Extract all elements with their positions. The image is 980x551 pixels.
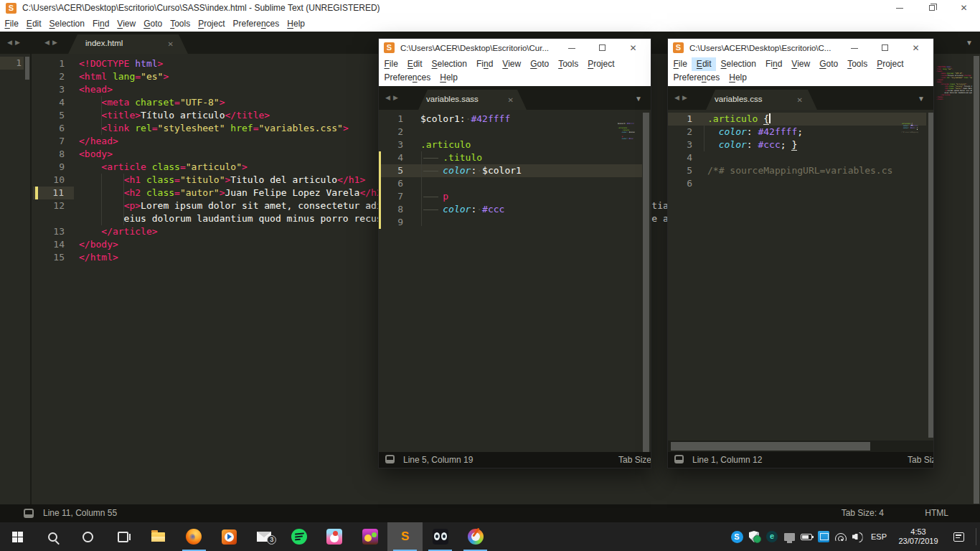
tab-size-indicator[interactable]: Tab Size: 4 bbox=[618, 455, 651, 465]
main-scrollbar[interactable] bbox=[974, 56, 979, 504]
line-number: 9 bbox=[33, 161, 65, 174]
code-text: color:·$color1 bbox=[420, 164, 522, 177]
eset-icon[interactable]: e bbox=[763, 522, 781, 551]
candy-crush-friends-icon[interactable] bbox=[317, 522, 352, 551]
horizontal-scrollbar-thumb[interactable] bbox=[671, 442, 870, 451]
menu-item-tools[interactable]: Tools bbox=[554, 57, 583, 71]
menu-item-file[interactable]: File bbox=[1, 17, 22, 32]
search-icon[interactable] bbox=[35, 522, 70, 551]
panel-toggle-icon[interactable] bbox=[24, 509, 34, 518]
menu-item-help[interactable]: Help bbox=[283, 17, 309, 32]
minimize-button[interactable] bbox=[839, 44, 870, 52]
menu-item-tools[interactable]: Tools bbox=[843, 57, 872, 71]
tab-overflow-icon[interactable]: ▼ bbox=[966, 39, 973, 47]
menu-item-selection[interactable]: Selection bbox=[716, 57, 760, 71]
menu-item-selection[interactable]: Selection bbox=[427, 57, 471, 71]
panel-toggle-icon[interactable] bbox=[674, 455, 684, 463]
tab-close-icon[interactable]: ✕ bbox=[508, 96, 514, 104]
line-number: 5 bbox=[33, 109, 65, 122]
maximize-button[interactable] bbox=[870, 44, 900, 52]
defender-icon[interactable] bbox=[745, 522, 763, 551]
skype-icon[interactable]: S bbox=[728, 522, 745, 551]
firefox-icon[interactable] bbox=[176, 522, 212, 551]
menu-item-file[interactable]: File bbox=[669, 57, 692, 71]
menu-item-edit[interactable]: Edit bbox=[692, 57, 716, 71]
spotify-icon[interactable] bbox=[282, 522, 317, 551]
menu-item-find[interactable]: Find bbox=[88, 17, 113, 32]
menu-item-goto[interactable]: Goto bbox=[815, 57, 843, 71]
menu-item-preferences[interactable]: Preferences bbox=[380, 71, 435, 85]
menu-item-help[interactable]: Help bbox=[435, 71, 463, 85]
menu-item-preferences[interactable]: Preferences bbox=[229, 17, 283, 32]
menu-item-view[interactable]: View bbox=[113, 17, 140, 32]
menu-item-project[interactable]: Project bbox=[872, 57, 908, 71]
file-explorer-icon[interactable] bbox=[141, 522, 176, 551]
minimize-button[interactable] bbox=[883, 4, 915, 12]
tab-nav-arrows[interactable]: ◀▶ bbox=[44, 39, 60, 46]
wifi-icon[interactable] bbox=[833, 522, 850, 551]
mail-icon[interactable]: 3 bbox=[247, 522, 282, 551]
close-button[interactable]: ✕ bbox=[948, 3, 980, 13]
css-editor[interactable]: 1.articulo {2 color: #42ffff;3 color: #c… bbox=[668, 110, 933, 452]
menu-item-goto[interactable]: Goto bbox=[140, 17, 166, 32]
tab-size-indicator[interactable]: Tab Size: 4 bbox=[842, 508, 884, 518]
menu-item-edit[interactable]: Edit bbox=[402, 57, 427, 71]
language-indicator[interactable]: ESP bbox=[867, 522, 891, 551]
tab-size-indicator[interactable]: Tab Size: 4 bbox=[908, 455, 933, 465]
volume-icon[interactable] bbox=[849, 522, 867, 551]
minimap[interactable]: .articulo { color: #42ffff; color: #ccc;… bbox=[901, 114, 918, 430]
close-button[interactable]: ✕ bbox=[900, 43, 931, 53]
media-player-icon[interactable] bbox=[212, 522, 247, 551]
minimap[interactable]: <!DOCTYPE html><html lang="es"><head> <m… bbox=[936, 57, 972, 502]
menu-item-help[interactable]: Help bbox=[725, 71, 752, 85]
tab-nav-arrows[interactable]: ◀▶ bbox=[674, 94, 690, 101]
minimize-button[interactable] bbox=[556, 44, 587, 52]
menu-item-project[interactable]: Project bbox=[194, 17, 229, 32]
menu-item-preferences[interactable]: Preferences bbox=[669, 71, 725, 85]
maximize-button[interactable] bbox=[587, 44, 618, 52]
tab-overflow-icon[interactable]: ▼ bbox=[635, 95, 642, 103]
css-scrollbar[interactable] bbox=[928, 113, 933, 438]
tab-close-icon[interactable]: ✕ bbox=[797, 96, 803, 104]
line-number: 2 bbox=[379, 126, 403, 138]
sass-scrollbar[interactable] bbox=[643, 113, 649, 452]
menu-item-find[interactable]: Find bbox=[471, 57, 497, 71]
left-mini-pane[interactable]: 1 bbox=[0, 54, 32, 504]
menu-item-project[interactable]: Project bbox=[583, 57, 619, 71]
menu-item-find[interactable]: Find bbox=[760, 57, 786, 71]
menu-item-edit[interactable]: Edit bbox=[22, 17, 45, 32]
tab-overflow-icon[interactable]: ▼ bbox=[918, 95, 925, 103]
sass-editor[interactable]: 1$color1:·#42ffff23.articulo4.titulo5col… bbox=[379, 110, 651, 452]
cortana-icon[interactable] bbox=[70, 522, 105, 551]
close-button[interactable]: ✕ bbox=[618, 43, 649, 53]
tab-variables-css[interactable]: variables.css ✕ bbox=[706, 90, 817, 110]
mini-pane-scrollbar[interactable] bbox=[25, 57, 29, 80]
syntax-indicator[interactable]: HTML bbox=[925, 508, 948, 518]
minimap[interactable]: $color1:·#42ffff.articulo.titulocolor:·$… bbox=[618, 114, 635, 452]
display-icon[interactable] bbox=[781, 522, 798, 551]
action-center-icon[interactable] bbox=[950, 522, 967, 551]
menu-item-view[interactable]: View bbox=[498, 57, 526, 71]
horizontal-scrollbar[interactable] bbox=[668, 441, 933, 452]
menu-item-file[interactable]: File bbox=[380, 57, 402, 71]
menu-item-goto[interactable]: Goto bbox=[526, 57, 554, 71]
menu-item-selection[interactable]: Selection bbox=[45, 17, 88, 32]
task-view-icon[interactable] bbox=[105, 522, 141, 551]
tab-index-html[interactable]: index.html ✕ bbox=[68, 34, 188, 54]
menu-item-view[interactable]: View bbox=[787, 57, 815, 71]
candy-crush-soda-icon[interactable] bbox=[352, 522, 387, 551]
clock[interactable]: 4:5323/07/2019 bbox=[893, 522, 943, 551]
tab-close-icon[interactable]: ✕ bbox=[168, 40, 174, 48]
tab-nav-arrows[interactable]: ◀▶ bbox=[385, 94, 401, 101]
panel-toggle-icon[interactable] bbox=[385, 455, 395, 463]
start-button[interactable] bbox=[0, 522, 35, 551]
restore-button[interactable] bbox=[915, 4, 948, 12]
paint-3d-icon[interactable] bbox=[458, 522, 493, 551]
tab-nav-arrows-left-pane[interactable]: ◀▶ bbox=[7, 39, 23, 46]
sublime-text-icon[interactable]: S bbox=[387, 522, 423, 551]
battery-icon[interactable] bbox=[798, 522, 815, 551]
gimp-icon[interactable] bbox=[423, 522, 458, 551]
menu-item-tools[interactable]: Tools bbox=[166, 17, 194, 32]
tab-variables-sass[interactable]: variables.sass ✕ bbox=[418, 90, 527, 110]
device-icon[interactable] bbox=[815, 522, 832, 551]
